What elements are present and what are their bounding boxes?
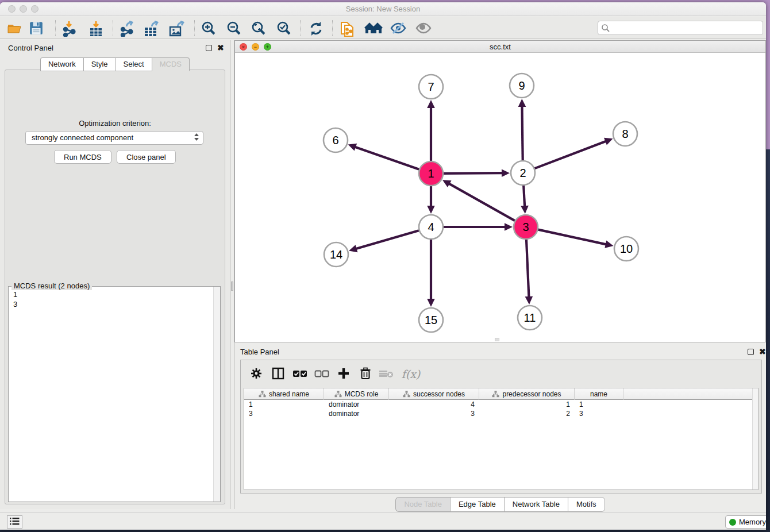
import-network-button[interactable]: [60, 20, 79, 37]
split-view-button[interactable]: [270, 366, 287, 382]
tab-select[interactable]: Select: [116, 57, 152, 71]
cell-successor-nodes[interactable]: 3: [389, 409, 479, 418]
optimization-criterion-select[interactable]: strongly connected component: [25, 131, 203, 145]
edge-3-10[interactable]: [538, 230, 606, 245]
select-stepper-icon: [194, 133, 199, 141]
export-network-button[interactable]: [117, 20, 137, 37]
result-scrollbar[interactable]: [213, 287, 220, 502]
cell-successor-nodes[interactable]: 4: [389, 400, 479, 409]
deselect-all-button[interactable]: [313, 366, 330, 382]
column-header-name[interactable]: name: [575, 388, 623, 400]
minimize-window-button[interactable]: [20, 5, 27, 13]
network-resize-grip[interactable]: [495, 338, 499, 341]
edge-2-9[interactable]: [522, 106, 522, 160]
toolbar-separator: [55, 20, 56, 36]
delete-table-button[interactable]: [378, 366, 395, 382]
column-header-successor-nodes[interactable]: successor nodes: [389, 388, 479, 400]
edge-4-14[interactable]: [356, 230, 419, 249]
minimize-network-button[interactable]: −: [252, 43, 259, 51]
close-panel-button[interactable]: ✖: [217, 43, 224, 52]
table-panel-tabs: Node TableEdge TableNetwork TableMotifs: [234, 497, 766, 512]
edge-2-8[interactable]: [535, 141, 607, 168]
import-network-icon: [61, 21, 78, 37]
maximize-network-button[interactable]: +: [264, 43, 271, 51]
arrowhead-1-2: [502, 169, 510, 177]
arrowhead-2-9: [518, 99, 526, 107]
tab-network[interactable]: Network: [40, 57, 83, 71]
show-panels-button[interactable]: [7, 515, 22, 529]
table-scrollbar[interactable]: [752, 388, 758, 489]
close-network-button[interactable]: ×: [240, 43, 247, 51]
import-table-button[interactable]: [86, 20, 106, 37]
save-session-button[interactable]: [26, 20, 46, 37]
edge-2-3[interactable]: [523, 186, 525, 207]
node-label-14: 14: [330, 248, 342, 261]
table-row[interactable]: 3dominator323: [244, 409, 758, 418]
zoom-fit-button[interactable]: [249, 20, 268, 37]
column-header-predecessor-nodes[interactable]: predecessor nodes: [479, 388, 575, 400]
cell-shared-name[interactable]: 3: [244, 409, 324, 418]
memory-button[interactable]: Memory: [725, 515, 766, 529]
show-graphics-button[interactable]: [414, 20, 433, 37]
node-label-7: 7: [428, 80, 434, 93]
window-titlebar: Session: New Session: [0, 2, 766, 16]
network-window-titlebar: × − + scc.txt: [235, 41, 765, 53]
column-label: shared name: [269, 390, 309, 398]
plus-icon: [337, 367, 350, 380]
edge-1-6[interactable]: [355, 147, 419, 169]
cell-shared-name[interactable]: 1: [244, 400, 324, 409]
zoom-out-button[interactable]: [224, 20, 244, 37]
float-icon: [748, 349, 754, 355]
home-layout-button[interactable]: [363, 20, 383, 37]
fx-icon: f(x): [402, 368, 421, 380]
tab-network-table[interactable]: Network Table: [504, 497, 568, 512]
cell-MCDS-role[interactable]: dominator: [324, 409, 389, 418]
column-header-shared-name[interactable]: shared name: [244, 388, 324, 400]
splitter-grip[interactable]: [231, 282, 233, 291]
zoom-window-button[interactable]: [31, 5, 38, 13]
close-window-button[interactable]: [8, 5, 16, 13]
export-table-button[interactable]: [142, 20, 161, 37]
delete-column-button[interactable]: [357, 366, 374, 382]
close-table-panel-button[interactable]: ✖: [759, 347, 766, 356]
refresh-network-button[interactable]: [306, 20, 326, 37]
eye-slash-icon: [390, 21, 407, 36]
float-table-panel-button[interactable]: [748, 347, 754, 356]
edge-3-11[interactable]: [526, 240, 529, 298]
window-title: Session: New Session: [0, 2, 766, 16]
tab-node-table[interactable]: Node Table: [395, 497, 450, 512]
panel-splitter[interactable]: [230, 40, 234, 509]
network-graph-canvas[interactable]: 7968124314101511: [235, 53, 765, 342]
cell-predecessor-nodes[interactable]: 2: [479, 409, 575, 418]
zoom-selected-button[interactable]: [274, 20, 294, 37]
trash-icon: [360, 367, 371, 380]
tab-motifs[interactable]: Motifs: [568, 497, 605, 512]
edge-1-2[interactable]: [444, 173, 503, 174]
export-image-button[interactable]: [167, 20, 187, 37]
run-mcds-button[interactable]: Run MCDS: [54, 150, 111, 164]
save-icon: [29, 21, 44, 36]
cell-predecessor-nodes[interactable]: 1: [479, 400, 575, 409]
duplicate-network-button[interactable]: [338, 20, 357, 37]
zoom-in-button[interactable]: [199, 20, 218, 37]
select-all-button[interactable]: [291, 366, 309, 382]
float-panel-button[interactable]: [206, 43, 212, 52]
close-panel-button-2[interactable]: Close panel: [117, 150, 176, 164]
function-builder-button[interactable]: f(x): [398, 366, 424, 382]
edge-3-1[interactable]: [448, 183, 514, 221]
tab-style[interactable]: Style: [83, 57, 116, 71]
cell-name[interactable]: 1: [575, 400, 623, 409]
table-settings-button[interactable]: [248, 366, 265, 382]
column-header-MCDS-role[interactable]: MCDS role: [324, 388, 389, 400]
cell-MCDS-role[interactable]: dominator: [324, 400, 389, 409]
search-icon: [601, 24, 610, 33]
table-row[interactable]: 1dominator411: [244, 400, 758, 409]
tab-mcds[interactable]: MCDS: [152, 57, 190, 71]
import-table-icon: [88, 21, 104, 37]
hide-graphics-button[interactable]: [388, 20, 408, 37]
cell-name[interactable]: 3: [575, 409, 623, 418]
tab-edge-table[interactable]: Edge Table: [450, 497, 504, 512]
open-session-button[interactable]: [5, 20, 24, 37]
search-input[interactable]: [612, 22, 760, 34]
add-column-button[interactable]: [335, 366, 352, 382]
